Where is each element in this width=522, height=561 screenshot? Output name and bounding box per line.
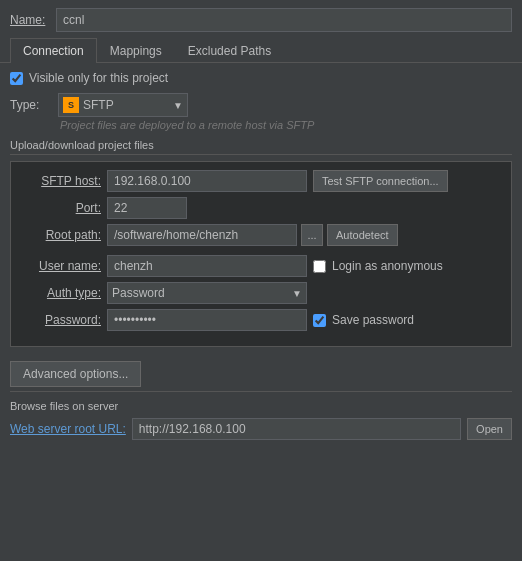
sftp-host-row: SFTP host: Test SFTP connection...	[21, 170, 501, 192]
browse-section-title: Browse files on server	[10, 400, 512, 412]
auth-type-value: Password	[112, 286, 292, 300]
user-name-label: User name:	[21, 259, 101, 273]
test-sftp-button[interactable]: Test SFTP connection...	[313, 170, 448, 192]
user-name-row: User name: Login as anonymous	[21, 255, 501, 277]
open-button[interactable]: Open	[467, 418, 512, 440]
sftp-settings-panel: SFTP host: Test SFTP connection... Port:…	[10, 161, 512, 347]
port-input[interactable]	[107, 197, 187, 219]
auth-type-row: Auth type: Password ▼	[21, 282, 501, 304]
tab-excluded-paths[interactable]: Excluded Paths	[175, 38, 284, 63]
tab-connection[interactable]: Connection	[10, 38, 97, 63]
root-path-row: Root path: ... Autodetect	[21, 224, 501, 246]
user-name-input[interactable]	[107, 255, 307, 277]
root-path-label: Root path:	[21, 228, 101, 242]
sftp-icon: S	[63, 97, 79, 113]
anon-checkbox[interactable]	[313, 260, 326, 273]
auth-type-label: Auth type:	[21, 286, 101, 300]
web-server-url-label: Web server root URL:	[10, 422, 126, 436]
name-row: Name:	[0, 0, 522, 38]
visible-only-row: Visible only for this project	[10, 71, 512, 85]
path-row: ... Autodetect	[107, 224, 398, 246]
save-password-label: Save password	[332, 313, 414, 327]
sftp-host-input[interactable]	[107, 170, 307, 192]
type-select[interactable]: S SFTP ▼	[58, 93, 188, 117]
tab-mappings[interactable]: Mappings	[97, 38, 175, 63]
web-server-url-input[interactable]	[132, 418, 461, 440]
auth-dropdown-arrow-icon: ▼	[292, 288, 302, 299]
password-label: Password:	[21, 313, 101, 327]
type-hint: Project files are deployed to a remote h…	[60, 119, 512, 131]
dropdown-arrow-icon: ▼	[173, 100, 183, 111]
tab-content: Visible only for this project Type: S SF…	[0, 63, 522, 448]
sftp-host-label: SFTP host:	[21, 174, 101, 188]
web-row: Web server root URL: Open	[10, 418, 512, 440]
name-label: Name:	[10, 13, 50, 27]
advanced-options-button[interactable]: Advanced options...	[10, 361, 141, 387]
visible-only-label: Visible only for this project	[29, 71, 168, 85]
auth-type-select[interactable]: Password ▼	[107, 282, 307, 304]
type-value: SFTP	[83, 98, 169, 112]
name-input[interactable]	[56, 8, 512, 32]
password-input[interactable]	[107, 309, 307, 331]
port-row: Port:	[21, 197, 501, 219]
name-label-text: Name:	[10, 13, 45, 27]
dialog: Name: Connection Mappings Excluded Paths…	[0, 0, 522, 448]
type-label: Type:	[10, 98, 50, 112]
browse-path-button[interactable]: ...	[301, 224, 323, 246]
save-password-checkbox[interactable]	[313, 314, 326, 327]
save-password-row: Save password	[313, 313, 414, 327]
visible-only-checkbox[interactable]	[10, 72, 23, 85]
anon-row: Login as anonymous	[313, 259, 443, 273]
browse-section: Browse files on server Web server root U…	[10, 391, 512, 440]
anon-label: Login as anonymous	[332, 259, 443, 273]
tab-bar: Connection Mappings Excluded Paths	[0, 38, 522, 63]
password-row: Password: Save password	[21, 309, 501, 331]
root-path-input[interactable]	[107, 224, 297, 246]
type-row: Type: S SFTP ▼	[10, 93, 512, 117]
upload-section-title: Upload/download project files	[10, 139, 512, 155]
autodetect-button[interactable]: Autodetect	[327, 224, 398, 246]
port-label: Port:	[21, 201, 101, 215]
